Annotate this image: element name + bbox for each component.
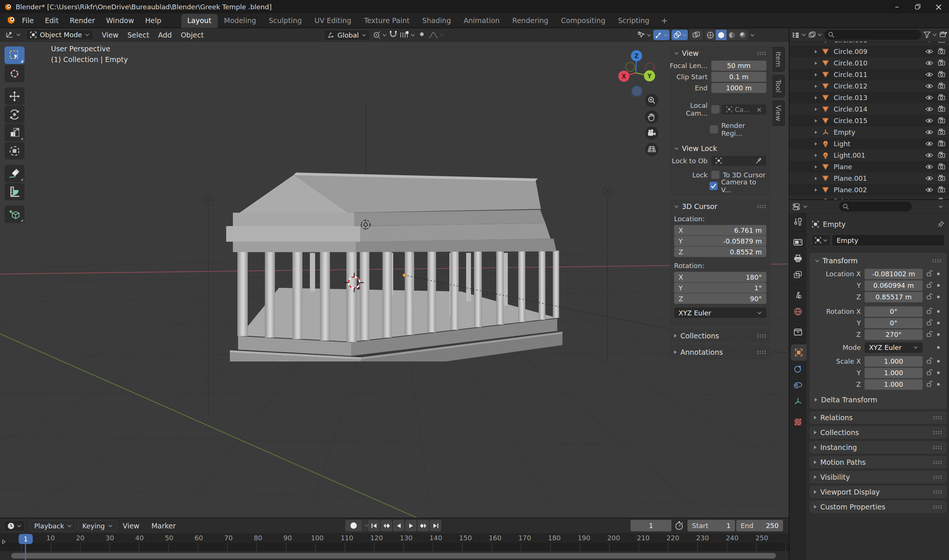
lock-icon[interactable] [926, 369, 933, 377]
timeline-summary-arrow[interactable] [2, 538, 6, 546]
transform-tool[interactable] [5, 142, 25, 160]
hide-eye-icon[interactable] [925, 186, 934, 194]
outliner-row[interactable]: Plane.001 [789, 172, 949, 184]
transform-value-field[interactable]: 1.000 [864, 368, 923, 378]
panel-drag-dots[interactable] [933, 490, 942, 494]
transform-value-field[interactable]: 1.000 [864, 356, 923, 367]
tab-collection[interactable] [789, 324, 807, 340]
panel-drag-dots[interactable] [756, 51, 766, 55]
collapsed-panel[interactable]: Custom Properties [809, 500, 947, 513]
show-gizmo-toggle[interactable] [653, 30, 670, 40]
panel-drag-dots[interactable] [933, 445, 942, 449]
outliner-row[interactable]: Light.001 [789, 149, 949, 161]
cursor-location-field[interactable]: Z0.8552 m [674, 246, 766, 257]
outliner-row[interactable]: Circle.015 [789, 115, 949, 126]
tab-constraints[interactable] [789, 361, 807, 377]
npanel-tab[interactable]: Tool [772, 75, 785, 97]
menu-item[interactable]: File [16, 13, 39, 28]
outliner-row[interactable]: Circle.009 [789, 46, 949, 57]
shading-solid-button[interactable] [716, 30, 727, 40]
outliner-row[interactable]: Circle.013 [789, 92, 949, 103]
tab-tool[interactable] [789, 214, 807, 230]
menu-item[interactable]: Edit [39, 13, 64, 28]
camera-to-view-checkbox[interactable] [709, 182, 718, 190]
field-value[interactable]: 1000 m [711, 83, 766, 93]
expand-arrow[interactable] [815, 108, 817, 111]
play-reverse-button[interactable] [393, 520, 404, 531]
animate-dot[interactable] [937, 295, 940, 298]
current-frame-field[interactable]: 1 [630, 520, 672, 531]
proportional-editing-toggle[interactable] [417, 30, 426, 40]
cursor-rotation-mode-dropdown[interactable]: XYZ Euler [674, 308, 766, 318]
cursor-rotation-field[interactable]: X180° [674, 272, 766, 282]
playhead[interactable]: 1 [18, 534, 33, 544]
record-button[interactable] [345, 520, 362, 531]
viewport-menu-item[interactable]: Add [154, 31, 176, 39]
viewport-menu-item[interactable]: Object [176, 31, 208, 39]
tab-object[interactable] [791, 344, 807, 361]
expand-arrow[interactable] [815, 188, 817, 191]
collapsed-panel[interactable]: Motion Paths [809, 456, 947, 469]
lock-to-object-field[interactable] [711, 156, 766, 166]
menu-item[interactable]: Window [100, 13, 140, 28]
expand-arrow[interactable] [815, 96, 817, 99]
move-tool[interactable] [5, 88, 25, 105]
light-marker[interactable] [599, 183, 616, 199]
expand-arrow[interactable] [815, 85, 817, 88]
orientation-dropdown[interactable]: Global [324, 30, 370, 40]
object-id-dropdown[interactable] [812, 234, 831, 246]
minimize-button[interactable]: – [886, 0, 907, 13]
outliner-search-input[interactable] [824, 30, 921, 40]
expand-arrow[interactable] [815, 177, 817, 180]
expand-arrow[interactable] [815, 119, 817, 122]
shading-rendered-button[interactable] [737, 30, 748, 40]
outliner-row[interactable]: Circle.014 [789, 103, 949, 115]
zoom-button[interactable] [645, 94, 658, 107]
menu-item[interactable]: Help [140, 13, 167, 28]
hide-eye-icon[interactable] [925, 151, 934, 160]
lock-icon[interactable] [926, 307, 933, 316]
editor-type-button[interactable] [5, 31, 21, 39]
workspace-tab[interactable]: Texture Paint [357, 14, 416, 28]
animate-dot[interactable] [937, 383, 940, 386]
mode-dropdown[interactable]: Object Mode [26, 29, 93, 40]
viewport-menu-item[interactable]: Select [123, 31, 154, 39]
eyedropper-icon[interactable] [756, 158, 762, 164]
panel-drag-dots[interactable] [933, 505, 942, 509]
disable-render-icon[interactable] [938, 59, 945, 67]
outliner-row[interactable]: Plane [789, 161, 949, 172]
cursor-rotation-field[interactable]: Z90° [674, 293, 766, 304]
disable-render-icon[interactable] [938, 105, 945, 114]
lock-icon[interactable] [926, 330, 933, 339]
disable-render-icon[interactable] [938, 117, 945, 125]
workspace-tab[interactable]: Scripting [612, 14, 656, 28]
timeline-dropdown-menu[interactable]: Playback [30, 520, 76, 531]
tab-world[interactable] [789, 303, 807, 320]
local-camera-field[interactable]: Ca... × [722, 105, 766, 115]
pivot-point-dropdown[interactable] [372, 31, 387, 39]
panel-drag-dots[interactable] [756, 350, 766, 354]
field-value[interactable]: 0.1 m [711, 72, 766, 82]
annotate-tool[interactable] [5, 165, 25, 182]
lock-icon[interactable] [926, 318, 933, 327]
npanel-tab[interactable]: Item [772, 47, 785, 72]
jump-to-start-button[interactable] [368, 520, 380, 531]
timeline-ruler[interactable]: 1020304050607080901001101201301401501601… [0, 533, 789, 543]
disable-render-icon[interactable] [938, 163, 945, 171]
transform-value-field[interactable]: 0° [864, 306, 923, 317]
expand-arrow[interactable] [815, 154, 817, 157]
blender-menu-logo-icon[interactable] [6, 14, 16, 26]
lock-icon[interactable] [926, 293, 933, 301]
jump-to-end-button[interactable] [430, 520, 441, 531]
cursor-tool[interactable] [5, 65, 25, 82]
cursor-rotation-field[interactable]: Y1° [674, 283, 766, 293]
lock-icon[interactable] [926, 269, 933, 278]
camera-view-button[interactable] [645, 126, 658, 140]
to-3d-cursor-checkbox[interactable] [711, 171, 719, 179]
scale-tool[interactable] [5, 124, 25, 141]
empty-object-marker[interactable] [357, 216, 374, 233]
lock-icon[interactable] [926, 380, 933, 389]
panel-drag-dots[interactable] [756, 205, 766, 209]
timeline-track-band[interactable] [0, 543, 789, 551]
panel-drag-dots[interactable] [933, 431, 942, 435]
